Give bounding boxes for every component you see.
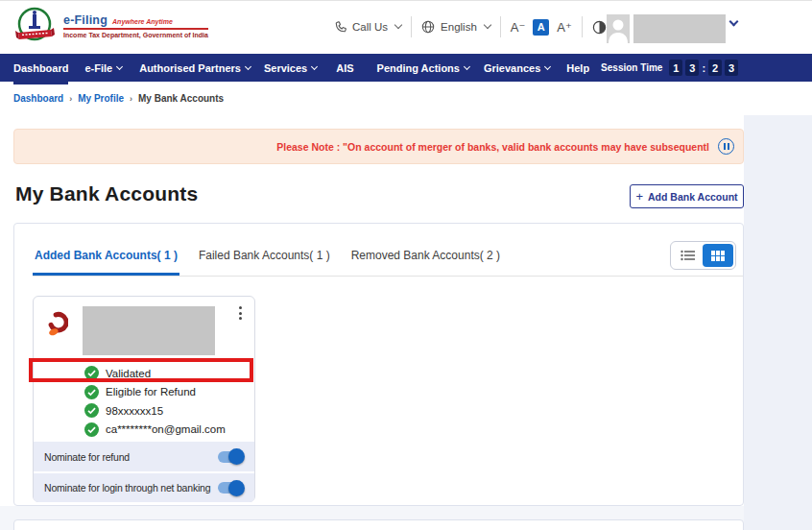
active-nav-indicator — [13, 82, 68, 84]
status-row-email: ca********on@gmail.com — [84, 421, 226, 440]
list-icon — [681, 250, 696, 261]
add-bank-account-button[interactable]: + Add Bank Account — [630, 184, 744, 208]
nominate-netbanking-row: Nominate for login through net banking — [34, 473, 254, 502]
chevron-down-icon — [116, 63, 123, 70]
top-header: e-Filing Anywhere Anytime Income Tax Dep… — [0, 0, 812, 54]
user-avatar — [607, 14, 630, 43]
notice-banner: Please Note : "On account of merger of b… — [13, 129, 744, 164]
chevron-down-icon — [311, 63, 318, 70]
bank-logo-icon — [47, 311, 68, 341]
chevron-down-icon — [464, 63, 470, 70]
session-timer: Session Time 1 3 : 2 3 — [589, 60, 738, 76]
nominate-netbanking-toggle[interactable] — [218, 482, 243, 494]
breadcrumb-dashboard[interactable]: Dashboard — [13, 93, 63, 104]
chevron-down-icon — [729, 17, 739, 27]
chevron-down-icon — [394, 21, 402, 29]
session-colon: : — [702, 62, 705, 74]
next-section-panel — [13, 519, 744, 530]
nav-item-grievances[interactable]: Grievances — [484, 62, 550, 74]
divider — [500, 16, 501, 37]
nav-item-authorised-partners[interactable]: Authorised Partners — [139, 62, 251, 74]
session-digit: 2 — [708, 60, 722, 76]
view-toggle — [670, 241, 736, 270]
grid-icon — [711, 251, 725, 261]
tabs-row: Added Bank Accounts( 1 ) Failed Bank Acc… — [33, 243, 743, 277]
chevron-down-icon — [245, 63, 251, 70]
list-view-button[interactable] — [673, 244, 703, 267]
user-menu[interactable] — [607, 14, 737, 43]
brand-department: Income Tax Department, Government of Ind… — [63, 32, 208, 38]
breadcrumb-my-profile[interactable]: My Profile — [78, 93, 124, 104]
brand-logo: e-Filing Anywhere Anytime Income Tax Dep… — [13, 5, 208, 47]
chevron-down-icon — [484, 21, 491, 29]
nav-item-services[interactable]: Services — [264, 62, 317, 74]
breadcrumb-current: My Bank Accounts — [138, 93, 224, 104]
divider — [411, 16, 412, 37]
nav-item-ais[interactable]: AIS — [336, 62, 353, 74]
check-circle-icon — [84, 422, 99, 437]
user-name-redacted — [633, 14, 726, 43]
window-top-border — [0, 0, 812, 1]
chevron-down-icon — [544, 63, 551, 70]
status-row-mobile: 98xxxxxx15 — [84, 401, 226, 421]
call-us-menu[interactable]: Call Us — [334, 21, 401, 34]
check-circle-icon — [84, 385, 99, 399]
plus-icon: + — [635, 189, 643, 204]
nav-item-dashboard[interactable]: Dashboard — [13, 62, 68, 74]
language-menu[interactable]: English — [421, 20, 490, 34]
pause-marquee-button[interactable] — [718, 138, 734, 155]
session-digit: 1 — [669, 60, 682, 76]
font-default-button[interactable]: A — [533, 19, 549, 36]
phone-icon — [334, 21, 346, 34]
tab-added-bank-accounts[interactable]: Added Bank Accounts( 1 ) — [33, 243, 179, 276]
session-digit: 3 — [725, 60, 738, 76]
breadcrumb-separator: › — [69, 94, 72, 104]
check-circle-icon — [84, 403, 99, 418]
bank-accounts-panel: Added Bank Accounts( 1 ) Failed Bank Acc… — [13, 223, 744, 506]
main-navbar: Dashboard e-File Authorised Partners Ser… — [0, 54, 812, 82]
validated-highlight-annotation — [29, 358, 253, 382]
tab-removed-bank-accounts[interactable]: Removed Bank Accounts( 2 ) — [349, 243, 502, 276]
font-decrease-button[interactable]: A⁻ — [511, 20, 526, 35]
grid-view-button[interactable] — [703, 244, 733, 267]
kebab-menu[interactable] — [232, 303, 248, 323]
divider — [582, 16, 583, 37]
language-label: English — [441, 21, 477, 33]
nominate-refund-toggle[interactable] — [218, 451, 243, 463]
font-increase-button[interactable]: A⁺ — [557, 20, 572, 35]
breadcrumb-separator: › — [130, 94, 132, 104]
tab-failed-bank-accounts[interactable]: Failed Bank Accounts( 1 ) — [197, 243, 332, 276]
brand-tagline: Anywhere Anytime — [112, 18, 173, 25]
notice-text: Please Note : "On account of merger of b… — [276, 141, 709, 153]
nav-item-efile[interactable]: e-File — [84, 62, 122, 74]
contrast-toggle-icon[interactable] — [592, 20, 607, 35]
page-title: My Bank Accounts — [15, 182, 198, 205]
nominate-refund-row: Nominate for refund — [34, 442, 254, 471]
call-us-label: Call Us — [352, 21, 388, 33]
status-row-refund-eligible: Eligible for Refund — [84, 383, 226, 402]
page-background — [744, 115, 812, 530]
bank-account-card: Validated Eligible for Refund 98xxxxxx15… — [33, 296, 255, 502]
nav-item-pending-actions[interactable]: Pending Actions — [377, 62, 469, 74]
nav-item-help[interactable]: Help — [566, 62, 589, 74]
breadcrumb: Dashboard › My Profile › My Bank Account… — [0, 82, 812, 115]
efiling-wordmark: e-Filing — [63, 13, 107, 27]
session-digit: 3 — [685, 60, 699, 76]
income-tax-emblem-logo — [13, 5, 56, 47]
globe-icon — [421, 20, 435, 34]
session-time-label: Session Time — [601, 62, 662, 73]
bank-name-redacted — [83, 306, 215, 355]
